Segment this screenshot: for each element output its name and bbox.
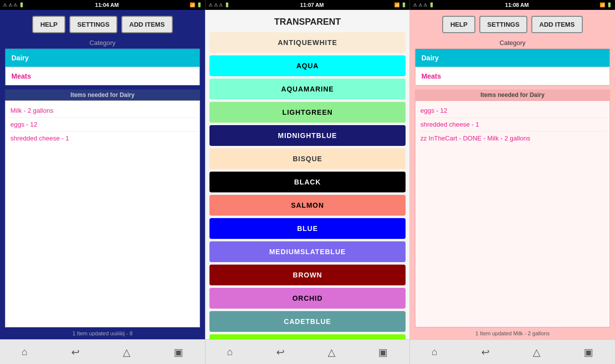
color-swatch-brown[interactable]: BROWN (209, 265, 406, 285)
color-swatch-orchid[interactable]: ORCHID (209, 288, 406, 309)
color-swatch-cadetblue[interactable]: CADETBLUE (209, 311, 406, 332)
help-button-left[interactable]: HELP (32, 16, 65, 33)
status-time-mid: 11:07 AM (300, 2, 324, 8)
bottom-nav-left: ⌂ ↩ △ ▣ (0, 339, 205, 364)
status-bar-left: ⚠ ⚠ ⚠ 🔋 11:04 AM 📶 🔋 (0, 0, 205, 10)
home2-icon-right[interactable]: △ (533, 346, 540, 358)
item-milk[interactable]: Milk - 2 gallons (8, 104, 197, 118)
status-icons-mid: ⚠ ⚠ ⚠ 🔋 (208, 2, 230, 7)
items-section-right: Items needed for Dairy eggs - 12 shredde… (415, 90, 610, 327)
category-label-right: Category (410, 39, 615, 46)
panel-right: HELP SETTINGS ADD ITEMS Category Dairy M… (410, 10, 615, 339)
home-icon-left[interactable]: ⌂ (22, 346, 28, 358)
category-item-meats-left[interactable]: Meats (5, 67, 200, 85)
back-icon-right[interactable]: ↩ (481, 346, 490, 358)
color-swatch-midnightblue[interactable]: MIDNIGHTBLUE (209, 125, 406, 146)
category-list-right: Dairy Meats (415, 48, 610, 86)
items-header-left: Items needed for Dairy (5, 90, 200, 100)
item-cheese-right[interactable]: shredded cheese - 1 (418, 118, 607, 132)
status-right-mid: 📶 🔋 (394, 2, 407, 7)
status-right-right: 📶 🔋 (600, 2, 612, 7)
add-items-button-right[interactable]: ADD ITEMS (531, 16, 583, 33)
recents-icon-left[interactable]: ▣ (174, 346, 183, 358)
items-list-left: Milk - 2 gallons eggs - 12 shredded chee… (5, 100, 200, 327)
color-swatch-antiquewhite[interactable]: ANTIQUEWHITE (209, 32, 406, 53)
category-item-meats-right[interactable]: Meats (415, 67, 610, 85)
item-eggs[interactable]: eggs - 12 (8, 118, 197, 132)
top-status-row: ⚠ ⚠ ⚠ 🔋 11:04 AM 📶 🔋 ⚠ ⚠ ⚠ 🔋 11:07 AM 📶 … (0, 0, 615, 10)
home2-icon-mid[interactable]: △ (328, 346, 335, 358)
home-icon-mid[interactable]: ⌂ (227, 346, 233, 358)
panel-left: HELP SETTINGS ADD ITEMS Category Dairy M… (0, 10, 205, 339)
bottom-nav-right: ⌂ ↩ △ ▣ (410, 339, 615, 364)
status-right-left: 📶 🔋 (190, 2, 202, 7)
items-section-left: Items needed for Dairy Milk - 2 gallons … (5, 90, 200, 327)
color-swatch-chartreuse[interactable]: CHARTREUSE (209, 334, 406, 339)
item-cheese[interactable]: shredded cheese - 1 (8, 132, 197, 145)
color-swatch-salmon[interactable]: SALMON (209, 195, 406, 216)
color-swatch-aqua[interactable]: AQUA (209, 55, 406, 76)
color-scroll[interactable]: ANTIQUEWHITEAQUAAQUAMARINELIGHTGREENMIDN… (205, 32, 410, 339)
items-list-right: eggs - 12 shredded cheese - 1 zz InTheCa… (415, 100, 610, 327)
category-list-left: Dairy Meats (5, 48, 200, 86)
toolbar-right: HELP SETTINGS ADD ITEMS (410, 10, 615, 39)
bottom-nav-mid: ⌂ ↩ △ ▣ (205, 339, 410, 364)
item-eggs-right[interactable]: eggs - 12 (418, 104, 607, 118)
back-icon-left[interactable]: ↩ (71, 346, 80, 358)
status-time-right: 11:08 AM (505, 2, 529, 8)
panel-status-left: 1 Item updated uuiiiiiij - 8 (0, 327, 205, 339)
recents-icon-right[interactable]: ▣ (584, 346, 593, 358)
add-items-button-left[interactable]: ADD ITEMS (121, 16, 173, 33)
home2-icon-left[interactable]: △ (123, 346, 130, 358)
color-swatch-blue[interactable]: BLUE (209, 218, 406, 239)
color-swatch-bisque[interactable]: BISQUE (209, 148, 406, 169)
category-label-left: Category (0, 39, 205, 46)
main-area: HELP SETTINGS ADD ITEMS Category Dairy M… (0, 10, 615, 339)
category-item-dairy-left[interactable]: Dairy (5, 49, 200, 67)
color-swatch-aquamarine[interactable]: AQUAMARINE (209, 79, 406, 99)
panel-status-right: 1 Item updated Milk - 2 gallons (410, 327, 615, 339)
items-header-right: Items needed for Dairy (415, 90, 610, 100)
color-swatch-black[interactable]: BLACK (209, 172, 406, 192)
panel-mid: TRANSPARENT ANTIQUEWHITEAQUAAQUAMARINELI… (205, 10, 410, 339)
color-swatch-lightgreen[interactable]: LIGHTGREEN (209, 102, 406, 123)
bottom-nav-row: ⌂ ↩ △ ▣ ⌂ ↩ △ ▣ ⌂ ↩ △ ▣ (0, 339, 615, 364)
item-milk-right[interactable]: zz InTheCart - DONE - Milk - 2 gallons (418, 132, 607, 145)
home-icon-right[interactable]: ⌂ (432, 346, 438, 358)
status-icons-left: ⚠ ⚠ ⚠ 🔋 (3, 2, 24, 7)
status-time-left: 11:04 AM (95, 2, 119, 8)
recents-icon-mid[interactable]: ▣ (378, 346, 388, 358)
toolbar-left: HELP SETTINGS ADD ITEMS (0, 10, 205, 39)
settings-button-right[interactable]: SETTINGS (479, 16, 527, 33)
mid-title: TRANSPARENT (205, 10, 410, 32)
category-item-dairy-right[interactable]: Dairy (415, 49, 610, 67)
settings-button-left[interactable]: SETTINGS (69, 16, 117, 33)
status-bar-mid: ⚠ ⚠ ⚠ 🔋 11:07 AM 📶 🔋 (205, 0, 410, 10)
status-bar-right: ⚠ ⚠ ⚠ 🔋 11:08 AM 📶 🔋 (410, 0, 615, 10)
back-icon-mid[interactable]: ↩ (276, 346, 285, 358)
status-icons-right: ⚠ ⚠ ⚠ 🔋 (413, 2, 434, 7)
color-swatch-mediumslateblue[interactable]: MEDIUMSLATEBLUE (209, 241, 406, 262)
help-button-right[interactable]: HELP (442, 16, 475, 33)
